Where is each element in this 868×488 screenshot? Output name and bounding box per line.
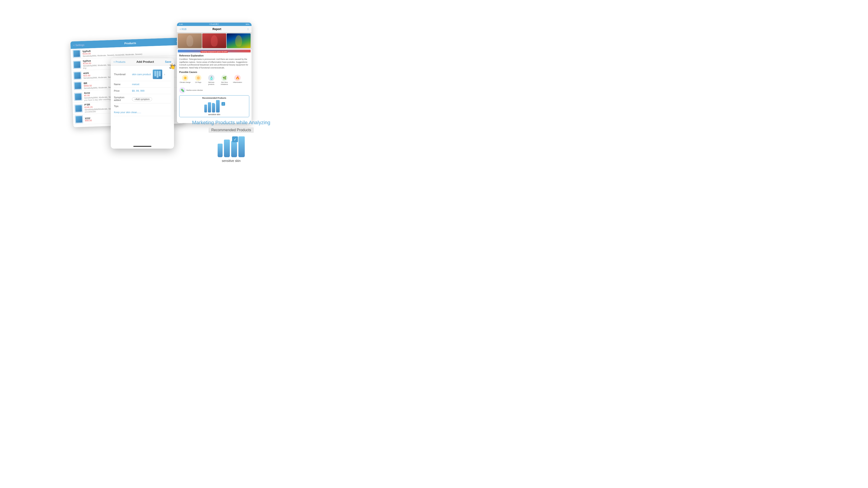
cause-climate-change: ☀️ Climate change: [179, 75, 191, 85]
recommended-products-section-title: Recommended Products: [209, 127, 254, 133]
name-label: Name: [114, 83, 130, 86]
report-image-normal: [178, 33, 202, 48]
status-battery: 96%: [246, 23, 249, 25]
report-image-heat: [202, 33, 226, 48]
symptom-container: +Add symptom: [132, 96, 152, 101]
svg-text:👆: 👆: [169, 63, 176, 70]
recommended-products-box: Recommended Products ✓ sensitive skin: [179, 95, 249, 117]
skincare-icon: 🧴: [208, 75, 214, 81]
face-silhouette-heat: [211, 35, 218, 46]
symptom-field: Symptom added +Add symptom: [114, 94, 171, 103]
large-bottle-2: [224, 139, 230, 157]
product-thumbnail: [75, 115, 83, 124]
product-bottle-3: [212, 103, 215, 112]
modal-header: < Products Add Product Save: [111, 58, 174, 65]
thumbnail-field: Thumbnail skin care product ›: [114, 68, 171, 81]
recommended-products-section: Recommended Products ✓ sensitive skin: [192, 127, 270, 163]
modal-title: Add Product: [136, 60, 154, 63]
cause-bacteria: 🦠 Bacillus acnes infection: [179, 87, 249, 94]
large-recommended-illustration: ✓: [218, 136, 245, 157]
product-bottle-4: [216, 100, 220, 112]
cause-label-uv: UV Rays: [195, 82, 202, 83]
name-field: Name meicet: [114, 81, 171, 88]
tips-value[interactable]: Keep your skin clean......: [114, 111, 141, 114]
large-checkmark-badge: ✓: [232, 136, 238, 142]
thumbnail-chevron-icon: ›: [164, 72, 165, 76]
modal-back-btn[interactable]: < Products: [114, 61, 125, 63]
report-title: Report: [212, 28, 221, 31]
cause-skincare-products: 🧴 Skincare products: [206, 75, 217, 85]
recommended-illustration: ✓: [204, 100, 224, 112]
cause-label-flora: Skin flora imbalance: [219, 82, 230, 85]
cause-label-bacteria: Bacillus acnes infection: [186, 90, 203, 91]
cause-skin-flora: 🌿 Skin flora imbalance: [219, 75, 230, 85]
product-bottle-2: [208, 102, 211, 112]
bottle-md: [159, 71, 161, 76]
large-bottle-4: [239, 136, 245, 157]
flora-icon: 🌿: [221, 75, 227, 81]
report-panel: 9:46 7月16日周三 96% < RGB Report ↑ Severity…: [177, 23, 251, 123]
product-bottle-1: [204, 104, 207, 112]
severity-bar-container: Severity compared to peers: 83.28%: [178, 50, 251, 53]
cause-inflammation: 🔥 Inflammation: [231, 75, 243, 85]
product-thumbnail: [74, 92, 82, 101]
symptom-label: Symptom added: [114, 96, 130, 101]
product-thumbnail: [73, 61, 81, 69]
tips-label: Tips: [114, 105, 130, 107]
tips-field: Tips Keep your skin clean......: [114, 103, 171, 116]
severity-label: Severity compared to peers: 83.28%: [200, 51, 228, 53]
products-panel-title: Products: [124, 41, 136, 45]
name-value[interactable]: meicet: [132, 83, 171, 86]
report-content[interactable]: Reference Explanation Condition: Telangi…: [177, 53, 251, 123]
causes-grid: ☀️ Climate change 🔆 UV Rays 🧴 Skincare p…: [179, 75, 249, 85]
products-back-btn[interactable]: < Settings: [73, 43, 85, 46]
thumbnail-value: skin care product: [132, 73, 151, 76]
product-thumbnail: [74, 82, 82, 90]
report-share-btn[interactable]: ↑: [247, 27, 249, 31]
thumbnail-preview: [153, 70, 162, 79]
recommended-skin-label: sensitive skin: [208, 113, 220, 116]
marketing-title: Marketing Products while Analyzing: [192, 120, 270, 126]
cursor-pointer-icon: 👆: [167, 61, 176, 70]
product-thumbnail: [72, 50, 81, 58]
thumbnail-label: Thumbnail: [114, 73, 130, 76]
bottle-lg: [157, 71, 158, 78]
recommended-box-title: Recommended Products: [202, 97, 226, 99]
face-silhouette-thermal: [235, 35, 242, 46]
ref-explanation-text: Condition: Telangiectasia is pronounced.…: [179, 58, 249, 69]
large-bottle-1: [218, 143, 223, 157]
ref-explanation-title: Reference Explanation: [179, 55, 249, 57]
price-label: Price: [114, 90, 130, 92]
sun-icon: ☀️: [182, 75, 188, 81]
face-silhouette-normal: [186, 35, 193, 46]
thumbnail-bottles: [154, 71, 161, 78]
product-thumbnail: [73, 71, 82, 80]
large-sensitive-label: sensitive skin: [222, 159, 241, 163]
inflammation-icon: 🔥: [234, 75, 241, 81]
checkmark-badge: ✓: [221, 102, 225, 106]
status-date: 7月16日周三: [209, 23, 219, 26]
thumbnail-container[interactable]: skin care product ›: [132, 70, 165, 79]
uv-icon: 🔆: [195, 75, 202, 81]
severity-bar: Severity compared to peers: 83.28%: [178, 50, 251, 53]
price-value[interactable]: $9, 99, 999: [132, 90, 171, 92]
cause-label-skincare: Skincare products: [206, 82, 217, 85]
report-back-btn[interactable]: < RGB: [180, 28, 186, 31]
status-time: 9:46: [179, 23, 183, 25]
product-thumbnail: [74, 104, 83, 112]
home-indicator: [133, 146, 151, 147]
report-image-thermal: [227, 33, 251, 48]
report-images-row: [177, 33, 251, 49]
add-product-modal: < Products Add Product Save Thumbnail sk…: [111, 58, 174, 149]
modal-body: Thumbnail skin care product › Name meice…: [111, 65, 174, 118]
report-nav: < RGB Report ↑: [177, 26, 251, 33]
price-field: Price $9, 99, 999: [114, 88, 171, 94]
large-bottle-3: [231, 141, 237, 157]
cause-label-inflammation: Inflammation: [233, 82, 242, 83]
bottle-sm: [154, 71, 156, 76]
bacteria-icon: 🦠: [179, 87, 186, 94]
add-symptom-button[interactable]: +Add symptom: [132, 97, 152, 101]
cause-label-climate: Climate change: [180, 82, 191, 83]
status-bar: 9:46 7月16日周三 96%: [177, 23, 251, 26]
possible-causes-title: Possible Causes: [179, 71, 249, 73]
